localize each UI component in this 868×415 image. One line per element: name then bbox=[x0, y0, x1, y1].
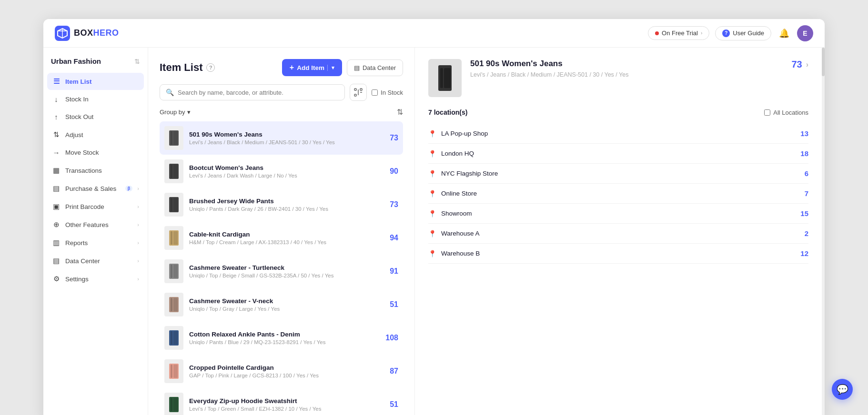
detail-item-attrs: Levi's / Jeans / Black / Medium / JEANS-… bbox=[470, 71, 783, 78]
sidebar-item-transactions[interactable]: ▦ Transactions bbox=[47, 162, 144, 179]
sidebar-item-move-stock[interactable]: → Move Stock bbox=[47, 144, 144, 161]
data-center-button[interactable]: ▤ Data Center bbox=[347, 59, 403, 76]
all-locations-checkbox[interactable] bbox=[764, 109, 770, 116]
help-icon[interactable]: ? bbox=[206, 63, 215, 72]
group-by-button[interactable]: Group by ▾ bbox=[160, 109, 191, 116]
chat-support-button[interactable]: 💬 bbox=[832, 379, 853, 400]
item-attrs: Levi's / Top / Green / Small / EZH-1382 … bbox=[189, 406, 375, 412]
list-item[interactable]: Bootcut Women's Jeans Levi's / Jeans / D… bbox=[160, 155, 403, 188]
item-name: Cashmere Sweater - Turtleneck bbox=[189, 264, 375, 271]
all-locations-label: All Locations bbox=[773, 109, 808, 116]
item-quantity: 108 bbox=[381, 334, 398, 342]
list-toolbar: Group by ▾ ⇅ bbox=[160, 108, 403, 117]
stock-in-icon: ↓ bbox=[52, 95, 61, 103]
list-item[interactable]: Cashmere Sweater - Turtleneck Uniqlo / T… bbox=[160, 255, 403, 288]
plus-icon: + bbox=[290, 63, 294, 72]
svg-rect-14 bbox=[173, 165, 178, 178]
user-guide-label: User Guide bbox=[733, 30, 764, 37]
list-item[interactable]: Cotton Relaxed Ankle Pants - Denim Uniql… bbox=[160, 321, 403, 355]
item-thumbnail bbox=[164, 159, 183, 183]
sidebar-label-print-barcode: Print Barcode bbox=[65, 203, 132, 210]
list-item[interactable]: Cable-knit Cardigan H&M / Top / Cream / … bbox=[160, 221, 403, 255]
location-quantity: 13 bbox=[800, 129, 808, 138]
location-name: London HQ bbox=[441, 150, 796, 157]
locations-section: 7 location(s) All Locations 📍 LA Pop-up … bbox=[428, 109, 808, 264]
sidebar-item-other-features[interactable]: ⊕ Other Features› bbox=[47, 216, 144, 233]
sidebar-item-settings[interactable]: ⚙ Settings› bbox=[47, 270, 144, 287]
item-info: 501 90s Women's Jeans Levi's / Jeans / B… bbox=[189, 131, 375, 145]
panel-actions: + Add Item ▾ ▤ Data Center bbox=[282, 59, 403, 76]
items-list: 501 90s Women's Jeans Levi's / Jeans / B… bbox=[160, 121, 403, 415]
list-item[interactable]: Cropped Pointelle Cardigan GAP / Top / P… bbox=[160, 355, 403, 388]
detail-qty-arrow-icon[interactable]: › bbox=[806, 60, 808, 69]
add-item-dropdown-icon[interactable]: ▾ bbox=[327, 65, 334, 71]
item-attrs: Levi's / Jeans / Dark Wash / Large / No … bbox=[189, 173, 375, 178]
svg-rect-37 bbox=[440, 68, 443, 88]
right-scrollbar[interactable] bbox=[822, 48, 825, 415]
sidebar-item-adjust[interactable]: ⇅ Adjust bbox=[47, 126, 144, 143]
sidebar-item-print-barcode[interactable]: ▣ Print Barcode› bbox=[47, 198, 144, 215]
sidebar-label-move-stock: Move Stock bbox=[65, 149, 139, 156]
sidebar-item-reports[interactable]: ▥ Reports› bbox=[47, 234, 144, 251]
item-name: Brushed Jersey Wide Pants bbox=[189, 198, 375, 205]
list-item[interactable]: Brushed Jersey Wide Pants Uniqlo / Pants… bbox=[160, 188, 403, 221]
list-item[interactable]: 501 90s Women's Jeans Levi's / Jeans / B… bbox=[160, 121, 403, 155]
list-item[interactable]: Cashmere Sweater - V-neck Uniqlo / Top /… bbox=[160, 288, 403, 321]
item-name: Bootcut Women's Jeans bbox=[189, 164, 375, 171]
location-name: Warehouse B bbox=[441, 250, 796, 257]
free-trial-button[interactable]: On Free Trial › bbox=[648, 26, 709, 40]
svg-rect-31 bbox=[171, 365, 172, 378]
all-locations-checkbox-label[interactable]: All Locations bbox=[764, 109, 808, 116]
item-attrs: H&M / Top / Cream / Large / AX-1382313 /… bbox=[189, 239, 375, 245]
item-name: Cashmere Sweater - V-neck bbox=[189, 297, 375, 305]
barcode-scanner-button[interactable] bbox=[350, 84, 367, 101]
sidebar-label-purchase-sales: Purchase & Sales bbox=[65, 185, 121, 192]
sidebar-item-data-center[interactable]: ▤ Data Center› bbox=[47, 252, 144, 269]
sidebar-item-stock-out[interactable]: ↑ Stock Out bbox=[47, 109, 144, 125]
nav-right: On Free Trial › ? User Guide 🔔 E bbox=[648, 25, 813, 41]
item-quantity: 73 bbox=[381, 200, 398, 209]
location-row[interactable]: 📍 Online Store 7 bbox=[428, 184, 808, 204]
sidebar-item-stock-in[interactable]: ↓ Stock In bbox=[47, 91, 144, 108]
svg-rect-13 bbox=[171, 165, 172, 178]
sidebar-label-other-features: Other Features bbox=[65, 221, 132, 228]
workspace-name: Urban Fashion bbox=[51, 57, 101, 65]
in-stock-label: In Stock bbox=[381, 89, 403, 96]
chevron-icon-settings: › bbox=[137, 276, 139, 282]
sort-button[interactable]: ⇅ bbox=[397, 108, 403, 117]
item-info: Cotton Relaxed Ankle Pants - Denim Uniql… bbox=[189, 331, 375, 345]
location-row[interactable]: 📍 London HQ 18 bbox=[428, 144, 808, 164]
location-row[interactable]: 📍 Warehouse B 12 bbox=[428, 244, 808, 264]
item-name: Cotton Relaxed Ankle Pants - Denim bbox=[189, 331, 375, 338]
list-item[interactable]: Everyday Zip-up Hoodie Sweatshirt Levi's… bbox=[160, 388, 403, 415]
in-stock-checkbox[interactable] bbox=[372, 89, 378, 96]
location-quantity: 2 bbox=[805, 229, 808, 237]
sidebar: Urban Fashion ⇅ ☰ Item List↓ Stock In↑ S… bbox=[43, 48, 148, 415]
item-name: 501 90s Women's Jeans bbox=[189, 131, 375, 138]
location-quantity: 12 bbox=[800, 249, 808, 257]
sidebar-item-purchase-sales[interactable]: ▤ Purchase & Salesβ› bbox=[47, 180, 144, 197]
svg-rect-11 bbox=[173, 131, 178, 145]
panel-header: Item List ? + Add Item ▾ ▤ Data Center bbox=[160, 59, 403, 76]
user-avatar[interactable]: E bbox=[797, 25, 813, 41]
location-row[interactable]: 📍 NYC Flagship Store 6 bbox=[428, 164, 808, 184]
data-center-label: Data Center bbox=[363, 64, 396, 71]
search-input[interactable] bbox=[178, 89, 339, 96]
workspace-toggle-icon[interactable]: ⇅ bbox=[134, 58, 140, 65]
location-pin-icon: 📍 bbox=[428, 250, 436, 257]
location-row[interactable]: 📍 Warehouse A 2 bbox=[428, 224, 808, 244]
notification-bell-icon[interactable]: 🔔 bbox=[777, 26, 791, 40]
svg-rect-17 bbox=[173, 198, 178, 211]
in-stock-checkbox-label[interactable]: In Stock bbox=[372, 89, 403, 96]
add-item-button[interactable]: + Add Item ▾ bbox=[282, 59, 342, 76]
svg-rect-23 bbox=[173, 265, 178, 278]
sidebar-item-item-list[interactable]: ☰ Item List bbox=[47, 73, 144, 90]
reports-icon: ▥ bbox=[52, 238, 61, 247]
location-row[interactable]: 📍 Showroom 15 bbox=[428, 204, 808, 224]
item-attrs: Uniqlo / Top / Beige / Small / GS-532B-2… bbox=[189, 273, 375, 278]
user-guide-button[interactable]: ? User Guide bbox=[715, 26, 771, 40]
move-stock-icon: → bbox=[52, 148, 61, 157]
location-row[interactable]: 📍 LA Pop-up Shop 13 bbox=[428, 124, 808, 144]
settings-icon: ⚙ bbox=[52, 275, 61, 283]
group-by-label: Group by bbox=[160, 109, 185, 116]
